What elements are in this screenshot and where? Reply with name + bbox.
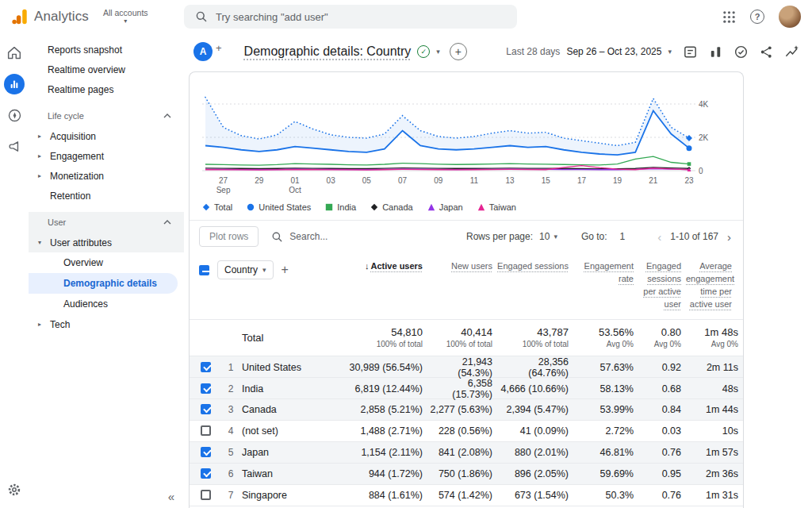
row-checkbox[interactable] xyxy=(201,425,211,436)
collapse-sidebar-button[interactable]: « xyxy=(168,490,174,503)
sessions-chart[interactable]: 02K4K27Sep2901Oct0305070911131517192123 xyxy=(196,79,735,198)
nav-primary-list: Reports snapshotRealtime overviewRealtim… xyxy=(29,40,184,99)
row-rank: 4 xyxy=(221,425,240,437)
chevron-right-icon: ▸ xyxy=(38,321,50,328)
column-header-active-users[interactable]: ↓Active users xyxy=(345,260,427,273)
sidebar-item-tech[interactable]: ▸Tech xyxy=(29,314,184,334)
row-value: 21,943 (54.3%) xyxy=(427,356,497,379)
report-toolbar xyxy=(683,44,799,60)
sidebar-item-reports-snapshot[interactable]: Reports snapshot xyxy=(29,40,184,60)
account-picker[interactable]: All accounts ▾ xyxy=(103,8,148,25)
row-value: 673 (1.54%) xyxy=(497,490,573,501)
avatar[interactable] xyxy=(779,6,801,28)
totals-value: 53.56%Avg 0% xyxy=(573,326,638,348)
row-rank: 3 xyxy=(221,404,240,415)
apps-grid-icon[interactable] xyxy=(722,10,736,24)
sidebar-item-user-attributes[interactable]: ▾User attributes xyxy=(29,233,184,252)
settings-gear-icon[interactable] xyxy=(4,479,25,500)
table-row: 2India6,819 (12.44%)6,358 (15.73%)4,666 … xyxy=(190,378,743,399)
row-rank: 6 xyxy=(221,468,240,479)
table-search[interactable] xyxy=(271,231,377,243)
search-icon xyxy=(195,10,208,23)
nav-section-user[interactable]: User xyxy=(29,212,184,233)
title-caret-icon: ▾ xyxy=(436,48,440,56)
row-checkbox[interactable] xyxy=(201,447,211,457)
column-header-engaged-sessions-per-active-user[interactable]: Engaged sessions per active user xyxy=(638,260,686,311)
row-value: 228 (0.56%) xyxy=(427,425,497,437)
rows-per-page-select[interactable]: 10 ▾ xyxy=(539,231,557,242)
row-value: 10s xyxy=(686,425,743,437)
notes-icon[interactable] xyxy=(683,44,698,60)
next-page-button[interactable]: › xyxy=(725,230,733,244)
row-checkbox[interactable] xyxy=(201,404,211,414)
sidebar-item-monetization[interactable]: ▸Monetization xyxy=(29,166,184,186)
add-comparison-icon[interactable]: + xyxy=(216,42,222,54)
go-to-input[interactable]: 1 xyxy=(614,231,632,242)
column-header-engagement-rate[interactable]: Engagement rate xyxy=(573,260,638,286)
select-all-checkbox[interactable] xyxy=(199,265,209,275)
chevron-up-icon xyxy=(163,220,171,225)
nav-section-life-cycle[interactable]: Life cycle xyxy=(29,106,184,126)
search-input[interactable] xyxy=(216,11,485,23)
row-value: 841 (2.08%) xyxy=(427,447,497,458)
column-header-new-users[interactable]: New users xyxy=(427,260,497,273)
row-value: 574 (1.42%) xyxy=(427,490,497,501)
row-checkbox[interactable] xyxy=(201,490,211,500)
add-report-plus-button[interactable]: + xyxy=(450,43,467,60)
sidebar-item-audiences[interactable]: Audiences xyxy=(29,294,184,314)
sidebar-item-demographic-details[interactable]: Demographic details xyxy=(29,273,178,294)
sidebar-item-label: Retention xyxy=(50,190,90,202)
series-end-marker-india xyxy=(688,162,691,166)
x-axis-label: 13 xyxy=(506,176,515,185)
sidebar-item-realtime-overview[interactable]: Realtime overview xyxy=(29,60,184,79)
global-search[interactable] xyxy=(184,5,517,29)
top-app-bar: Analytics All accounts ▾ ? xyxy=(0,0,812,33)
row-checkbox[interactable] xyxy=(201,362,211,372)
plot-rows-button[interactable]: Plot rows xyxy=(199,226,259,247)
advertising-icon[interactable] xyxy=(4,136,25,156)
legend-item-taiwan: Taiwan xyxy=(477,202,516,212)
column-header-average-engagement-time-per-active-user[interactable]: Average engagement time per active user xyxy=(686,260,743,311)
row-value: 1m 44s xyxy=(686,404,743,415)
share-icon[interactable] xyxy=(759,44,774,60)
sidebar-item-acquisition[interactable]: ▸Acquisition xyxy=(29,126,184,146)
compare-icon[interactable] xyxy=(708,44,723,60)
sidebar-item-overview[interactable]: Overview xyxy=(29,252,184,273)
check-circle-icon[interactable] xyxy=(733,44,749,60)
sidebar-item-realtime-pages[interactable]: Realtime pages xyxy=(29,79,184,99)
row-value: 0.03 xyxy=(638,425,686,437)
brand[interactable]: Analytics xyxy=(0,7,89,26)
row-value: 57.63% xyxy=(573,362,638,373)
legend-marker-icon xyxy=(427,203,435,211)
home-icon[interactable] xyxy=(4,43,25,64)
report-title-dropdown[interactable]: Demographic details: Country ✓ ▾ xyxy=(244,44,440,59)
insights-icon[interactable] xyxy=(784,44,799,60)
report-header-right: Last 28 days Sep 26 – Oct 23, 2025 ▾ xyxy=(506,44,799,60)
row-value: 46.81% xyxy=(573,447,638,458)
row-value: 880 (2.01%) xyxy=(497,447,573,458)
dimension-select[interactable]: Country ▾ xyxy=(217,260,274,279)
series-line-india xyxy=(205,156,689,165)
totals-value: 1m 48sAvg 0% xyxy=(686,326,743,348)
sidebar-item-engagement[interactable]: ▸Engagement xyxy=(29,146,184,166)
add-dimension-button[interactable]: + xyxy=(282,263,289,277)
x-axis-label: 15 xyxy=(542,176,551,185)
help-icon[interactable]: ? xyxy=(750,10,764,24)
explore-icon[interactable] xyxy=(4,105,25,125)
chevron-right-icon: ▸ xyxy=(38,133,50,140)
legend-label: Total xyxy=(214,202,232,212)
date-range-picker[interactable]: Last 28 days Sep 26 – Oct 23, 2025 ▾ xyxy=(506,46,672,57)
row-checkbox[interactable] xyxy=(201,468,211,479)
x-axis-label: 09 xyxy=(434,176,443,185)
row-value: 0.68 xyxy=(638,383,686,394)
row-value: 50.3% xyxy=(573,490,638,501)
legend-marker-icon xyxy=(325,203,333,211)
comparison-chip[interactable]: A xyxy=(193,42,213,61)
row-checkbox[interactable] xyxy=(201,383,211,394)
y-axis-label: 4K xyxy=(699,100,709,109)
table-search-input[interactable] xyxy=(289,231,377,242)
prev-page-button[interactable]: ‹ xyxy=(655,230,664,244)
sidebar-item-retention[interactable]: Retention xyxy=(29,186,184,206)
column-header-engaged-sessions[interactable]: Engaged sessions xyxy=(497,260,573,273)
reports-icon[interactable] xyxy=(4,74,25,94)
